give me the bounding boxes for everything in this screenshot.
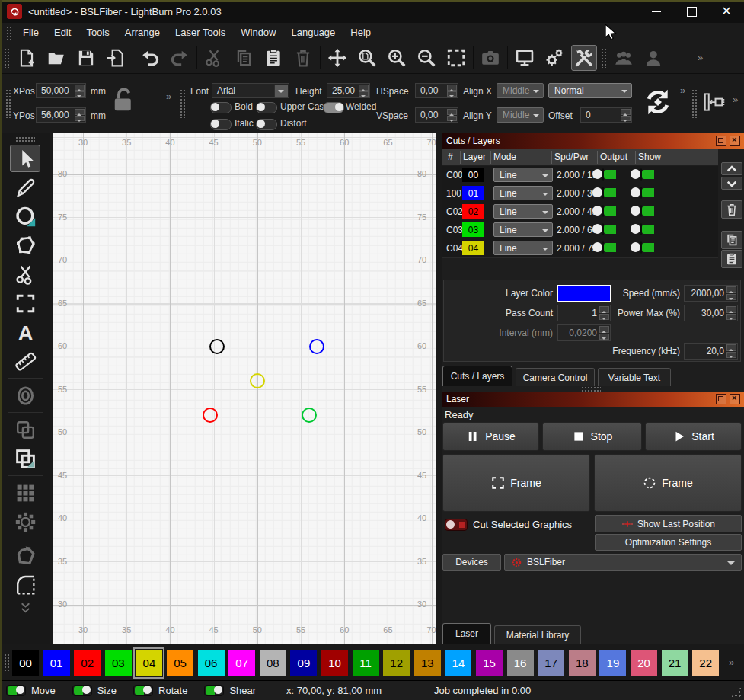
circular-array-tool[interactable]: [10, 508, 40, 535]
menu-language[interactable]: Language: [283, 24, 343, 40]
layer-up-button[interactable]: [721, 162, 742, 175]
delete-button[interactable]: [290, 45, 316, 71]
drag-handle[interactable]: [691, 89, 698, 118]
undo-button[interactable]: [137, 45, 163, 71]
palette-swatch-09[interactable]: 09: [290, 650, 317, 676]
power-max-field[interactable]: 30,00: [684, 305, 738, 321]
layer-copy-button[interactable]: [721, 231, 742, 249]
layer-row[interactable]: C0202Line2.000 / 45: [442, 203, 718, 222]
bold-toggle[interactable]: [210, 102, 232, 113]
welded-toggle[interactable]: [323, 102, 344, 113]
palette-swatch-18[interactable]: 18: [569, 650, 596, 676]
palette-swatch-11[interactable]: 11: [353, 650, 379, 676]
layer-color-chip[interactable]: 02: [462, 204, 484, 219]
copy-button[interactable]: [231, 45, 257, 71]
zoom-to-page-button[interactable]: [354, 45, 380, 71]
grid-array-tool[interactable]: [10, 479, 40, 507]
menu-tools[interactable]: Tools: [78, 24, 117, 40]
palette-swatch-17[interactable]: 17: [538, 650, 564, 676]
apply-path-tool[interactable]: [10, 542, 40, 570]
palette-swatch-20[interactable]: 20: [631, 650, 657, 676]
settings-button[interactable]: [541, 45, 567, 71]
speed-spinner[interactable]: [726, 286, 736, 300]
cuts-layers-dock-title[interactable]: Cuts / Layers: [442, 133, 744, 149]
boolean-difference-tool[interactable]: [10, 445, 40, 472]
size-toggle[interactable]: [72, 685, 92, 696]
palette-swatch-04[interactable]: 04: [136, 650, 162, 676]
sync-icon[interactable]: [643, 88, 672, 119]
devices-button[interactable]: Devices: [442, 554, 501, 571]
canvas-circle-shape[interactable]: [302, 408, 317, 423]
shear-toggle[interactable]: [204, 685, 224, 696]
palette-swatch-15[interactable]: 15: [476, 650, 503, 676]
polygon-tool[interactable]: [10, 232, 40, 259]
stop-button[interactable]: Stop: [542, 422, 642, 451]
cut-button[interactable]: [201, 45, 227, 71]
device-dropdown[interactable]: BSLFiber: [504, 554, 742, 571]
menu-edit[interactable]: Edit: [46, 24, 78, 40]
layer-mode-dropdown[interactable]: Line: [493, 168, 553, 182]
menu-laser-tools[interactable]: Laser Tools: [168, 24, 233, 40]
layer-paste-button[interactable]: [721, 250, 742, 268]
minimize-icon[interactable]: [639, 0, 674, 23]
frame-selection-button[interactable]: [443, 45, 469, 71]
layer-color-chip[interactable]: 01: [462, 186, 484, 200]
vspace-spinner[interactable]: [447, 109, 457, 121]
show-toggle[interactable]: [640, 168, 642, 181]
ellipse-tool[interactable]: [10, 203, 40, 230]
pause-button[interactable]: Pause: [442, 422, 539, 451]
palette-overflow-icon[interactable]: »: [729, 657, 733, 668]
laser-tab-material-library[interactable]: Material Library: [494, 625, 581, 644]
palette-swatch-14[interactable]: 14: [445, 650, 471, 676]
close-panel-icon[interactable]: [730, 136, 740, 146]
palette-swatch-22[interactable]: 22: [692, 650, 719, 676]
upper-case-toggle[interactable]: [256, 102, 277, 113]
palette-swatch-07[interactable]: 07: [228, 650, 255, 676]
drag-handle[interactable]: [180, 89, 186, 118]
layer-color-chip[interactable]: 04: [462, 241, 484, 255]
close-panel-icon[interactable]: [730, 394, 740, 404]
position-tool-icon[interactable]: [702, 91, 725, 116]
interval-spinner[interactable]: [599, 326, 609, 340]
move-toggle[interactable]: [6, 685, 26, 696]
optimization-settings-button[interactable]: Optimization Settings: [595, 534, 742, 551]
team-button[interactable]: [611, 45, 637, 71]
font-combo[interactable]: Arial: [212, 83, 289, 98]
show-toggle[interactable]: [640, 205, 642, 217]
layer-row[interactable]: C0303Line2.000 / 60: [442, 221, 718, 240]
drag-handle[interactable]: [6, 26, 12, 40]
palette-swatch-19[interactable]: 19: [599, 650, 626, 676]
rotate-toggle[interactable]: [133, 685, 153, 696]
palette-swatch-21[interactable]: 21: [662, 650, 688, 676]
output-toggle[interactable]: [602, 168, 604, 181]
frequency-field[interactable]: 20,0: [684, 343, 738, 360]
palette-swatch-03[interactable]: 03: [105, 650, 132, 676]
xpos-spinner[interactable]: [75, 85, 85, 97]
cut-shapes-tool[interactable]: [10, 261, 40, 288]
text-style-dropdown[interactable]: Normal: [548, 83, 632, 98]
palette-swatch-02[interactable]: 02: [74, 650, 101, 676]
aligny-dropdown[interactable]: Middle: [497, 107, 544, 123]
output-toggle[interactable]: [602, 205, 604, 217]
drag-handle[interactable]: [15, 136, 35, 142]
drag-handle[interactable]: [5, 89, 11, 118]
palette-swatch-10[interactable]: 10: [321, 650, 348, 676]
laser-dock-title[interactable]: Laser: [442, 392, 744, 407]
layer-color-chip[interactable]: 00: [462, 168, 484, 182]
alignx-dropdown[interactable]: Middle: [497, 83, 544, 98]
frame-circle-button[interactable]: Frame: [594, 454, 742, 512]
offset-shapes-tool[interactable]: [10, 382, 40, 409]
palette-swatch-00[interactable]: 00: [12, 650, 39, 676]
open-file-button[interactable]: [43, 45, 69, 71]
laser-tab-laser[interactable]: Laser: [442, 623, 491, 644]
new-file-button[interactable]: [14, 45, 40, 71]
redo-button[interactable]: [167, 45, 193, 71]
height-field[interactable]: 25,00: [327, 83, 370, 98]
menu-window[interactable]: Window: [233, 24, 283, 40]
import-file-button[interactable]: [103, 45, 129, 71]
menu-file[interactable]: File: [15, 24, 46, 40]
zoom-in-button[interactable]: [384, 45, 410, 71]
speed-field[interactable]: 2000,00: [684, 285, 738, 302]
offset-spinner[interactable]: [621, 109, 631, 121]
cuts-tab-variable-text[interactable]: Variable Text: [598, 368, 671, 386]
